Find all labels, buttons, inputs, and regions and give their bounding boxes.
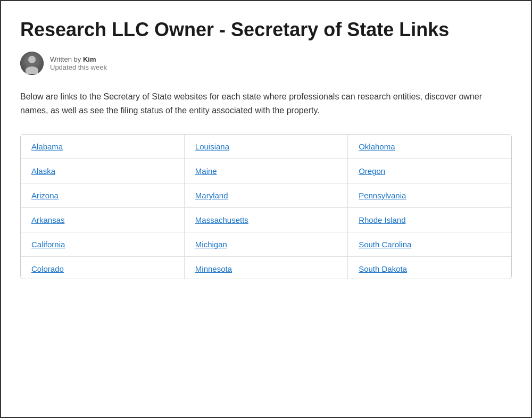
author-updated: Updated this week (50, 63, 107, 71)
table-cell: Massachusetts (184, 208, 347, 232)
state-link[interactable]: South Carolina (359, 240, 411, 249)
table-cell: Rhode Island (348, 208, 511, 232)
state-link[interactable]: Arizona (31, 191, 59, 200)
state-link[interactable]: Oklahoma (359, 142, 395, 151)
state-link[interactable]: Arkansas (31, 215, 65, 224)
table-row: AlaskaMaineOregon (21, 159, 511, 183)
state-link[interactable]: Louisiana (195, 142, 229, 151)
table-cell: Colorado (21, 257, 184, 279)
avatar (20, 52, 44, 75)
table-cell: South Dakota (348, 257, 511, 279)
state-link[interactable]: Alabama (31, 142, 63, 151)
table-row: ArizonaMarylandPennsylvania (21, 183, 511, 208)
table-row: CaliforniaMichiganSouth Carolina (21, 232, 511, 257)
table-cell: South Carolina (348, 232, 511, 257)
table-cell: Oregon (348, 159, 511, 183)
author-row: Written by Kim Updated this week (20, 52, 512, 75)
table-cell: Arkansas (21, 208, 184, 232)
author-written-by: Written by Kim (50, 55, 107, 63)
table-cell: Maryland (184, 183, 347, 208)
state-link[interactable]: Colorado (31, 264, 64, 273)
state-link[interactable]: Rhode Island (359, 215, 405, 224)
page-description: Below are links to the Secretary of Stat… (20, 90, 488, 117)
avatar-image (20, 52, 44, 75)
author-name: Kim (83, 55, 96, 63)
state-link[interactable]: Massachusetts (195, 215, 248, 224)
table-cell: Oklahoma (348, 135, 511, 159)
state-link[interactable]: Maryland (195, 191, 228, 200)
page-wrapper: Research LLC Owner - Secretary of State … (0, 0, 532, 418)
table-cell: Minnesota (184, 257, 347, 279)
author-info: Written by Kim Updated this week (50, 55, 107, 71)
page-title: Research LLC Owner - Secretary of State … (20, 18, 512, 41)
state-link[interactable]: Pennsylvania (359, 191, 406, 200)
table-cell: California (21, 232, 184, 257)
table-cell: Maine (184, 159, 347, 183)
state-link[interactable]: Alaska (31, 166, 55, 175)
table-row: ColoradoMinnesotaSouth Dakota (21, 257, 511, 279)
table-cell: Michigan (184, 232, 347, 257)
state-link[interactable]: California (31, 240, 65, 249)
states-table: AlabamaLouisianaOklahomaAlaskaMaineOrego… (21, 135, 511, 279)
table-cell: Louisiana (184, 135, 347, 159)
table-cell: Pennsylvania (348, 183, 511, 208)
state-link[interactable]: Maine (195, 166, 217, 175)
states-table-container: AlabamaLouisianaOklahomaAlaskaMaineOrego… (20, 134, 512, 279)
table-row: ArkansasMassachusettsRhode Island (21, 208, 511, 232)
table-cell: Arizona (21, 183, 184, 208)
state-link[interactable]: Minnesota (195, 264, 232, 273)
state-link[interactable]: Michigan (195, 240, 227, 249)
table-row: AlabamaLouisianaOklahoma (21, 135, 511, 159)
state-link[interactable]: South Dakota (359, 264, 407, 273)
table-cell: Alabama (21, 135, 184, 159)
table-cell: Alaska (21, 159, 184, 183)
state-link[interactable]: Oregon (359, 166, 385, 175)
